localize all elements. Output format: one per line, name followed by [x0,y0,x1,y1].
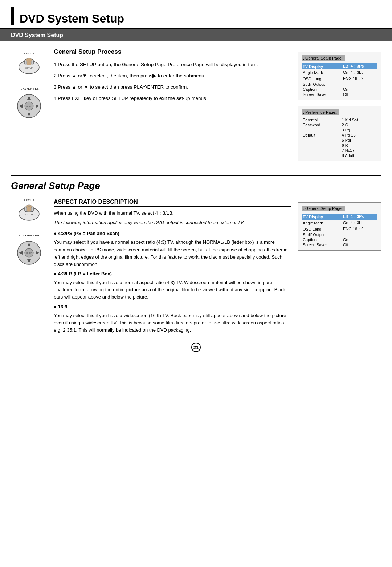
main-title: DVD System Setup [20,12,124,25]
pref-value-4: 5 Pgr [341,138,377,143]
gss2-row-0: TV Display LB 4：3Ps [302,214,377,220]
gss2-row-4: Caption On [302,237,377,242]
svg-text:PLAY: PLAY [26,252,32,254]
gss1-label-4: Caption [302,87,342,92]
gsp-heading: General Setup Page [11,180,381,191]
section-divider [11,175,381,176]
pref-label-3: Default [302,133,341,138]
pref-row-6: 7 Nc17 [302,148,377,153]
pref-row-0: Parental 1 Kid Saf [302,117,377,122]
pref-value-5: 6 R [341,143,377,148]
aspect-left: ASPECT RATIO DESCRIPTION When using the … [54,199,291,336]
gss1-title: ..General Setup Page.. [302,55,345,61]
gss2-value-4: On [342,237,377,242]
gss1-label-5: Screen Saver [302,92,342,97]
setup-label-bottom: SETUP [23,199,35,202]
screens-col-top: ..General Setup Page.. TV Display LB 4：3… [298,48,381,161]
pref-label-6 [302,148,341,153]
gss2-value-5: Off [342,242,377,247]
gss2-label-1: Angle Mark [302,220,342,226]
nav-remote-svg-bottom: PLAY [15,238,44,267]
setup-label: SETUP [23,52,35,55]
gss2-label-0: TV Display [302,214,342,220]
sub-header: DVD System Setup [0,29,392,41]
gss1-value-1: On 4：3Lb [342,69,377,76]
bottom-section: SETUP SETUP PLAY/ENTER [11,199,381,336]
gss2-table: TV Display LB 4：3Ps Angle Mark On 4：3Lb … [302,214,377,247]
svg-rect-15 [27,207,31,212]
gss2-label-4: Caption [302,237,342,242]
pref-value-1: 2 G [341,122,377,127]
pref-value-2: 3 Pg [341,127,377,133]
pref-row-2: 3 Pg [302,127,377,133]
gsp-section-heading: General Setup Process [54,48,291,57]
setup-remote: SETUP SETUP [15,52,44,76]
general-setup-screen-2: ..General Setup Page.. TV Display LB 4：3… [298,202,381,251]
gss2-value-2: ENG 16：9 [342,226,377,232]
bullet-1-text: You may select this if you have a normal… [54,279,291,301]
gss1-label-1: Angle Mark [302,69,342,76]
pref-row-5: 6 R [302,143,377,148]
gss2-value-0: LB 4：3Ps [342,214,377,220]
pref-table: Parental 1 Kid Saf Password 2 G 3 Pg [302,117,377,158]
pref-value-3: 4 Pg 13 [341,133,377,138]
page-number-row: 21 [11,343,381,352]
gss1-label-2: OSD Lang [302,76,342,82]
bullet-2-title-strong: 16:9 [58,304,67,309]
step-1: 1.Press the SETUP button, the General Se… [54,61,291,69]
gss2-label-5: Screen Saver [302,242,342,247]
setup-remote-svg-bottom: SETUP [15,203,44,223]
gss1-row-1: Angle Mark On 4：3Lb [302,69,377,76]
pref-row-1: Password 2 G [302,122,377,127]
pref-label-5 [302,143,341,148]
bullet-2-title: 16:9 [54,303,291,311]
gss2-row-5: Screen Saver Off [302,242,377,247]
svg-text:PLAY: PLAY [26,105,32,108]
title-bar: DVD System Setup [0,0,392,29]
bullet-1-title-strong: 4:3/LB (LB = Letter Box) [58,271,111,276]
pref-title: ..Preference Page.. [302,109,339,115]
bullet-1-title: 4:3/LB (LB = Letter Box) [54,270,291,278]
aspect-intro: When using the DVD with the internal TV,… [54,210,291,217]
nav-remote-svg-top: PLAY [15,92,44,121]
gss1-label-0: TV Display [302,63,342,69]
svg-rect-3 [27,60,31,65]
step-3: 3.Press ▲ or ▼ to select then press PLAY… [54,84,291,91]
pref-label-0: Parental [302,117,341,122]
bullet-0-text: You may select if you have a normal aspe… [54,239,291,268]
gss2-label-2: OSD Lang [302,226,342,232]
gss2-row-3: Spdif Output [302,232,377,237]
title-accent-bar [11,7,14,25]
bullet-2-text: You may select this if you have a widesc… [54,312,291,334]
setup-remote-bottom: SETUP SETUP [15,199,44,223]
pref-label-1: Password [302,122,341,127]
pref-row-7: 8 Adult [302,153,377,158]
page-number: 21 [191,343,201,352]
gss1-value-3 [342,82,377,87]
text-col-top: General Setup Process 1.Press the SETUP … [54,48,291,161]
svg-text:SETUP: SETUP [25,67,33,69]
gss1-row-4: Caption On [302,87,377,92]
gss1-label-3: Spdif Output [302,82,342,87]
step-2: 2.Press ▲ or▼ to select, the item, then … [54,72,291,80]
bullet-0-title: 4:3/PS (PS = Pan and Scan) [54,230,291,237]
remote-col-bottom: SETUP SETUP PLAY/ENTER [11,199,47,336]
pref-value-7: 8 Adult [341,153,377,158]
top-section: SETUP SETUP PLAY/ENTER [11,48,381,161]
general-setup-screen-1: ..General Setup Page.. TV Display LB 4：3… [298,52,381,100]
bullet-0-title-strong: 4:3/PS (PS = Pan and Scan) [58,231,119,236]
gss2-row-1: Angle Mark On 4：3Lb [302,220,377,226]
screen-col-bottom: ..General Setup Page.. TV Display LB 4：3… [298,199,381,336]
pref-row-4: 5 Pgr [302,138,377,143]
aspect-heading: ASPECT RATIO DESCRIPTION [54,199,291,207]
aspect-italic: The following information applies only w… [54,219,291,226]
gss2-value-1: On 4：3Lb [342,220,377,226]
gss2-label-3: Spdif Output [302,232,342,237]
gss1-value-0: LB 4：3Ps [342,63,377,69]
preference-screen: ..Preference Page.. Parental 1 Kid Saf P… [298,106,381,161]
gss2-value-3 [342,232,377,237]
gss1-row-2: OSD Lang ENG 16：9 [302,76,377,82]
gss2-row-2: OSD Lang ENG 16：9 [302,226,377,232]
gss1-row-0: TV Display LB 4：3Ps [302,63,377,69]
gss1-row-5: Screen Saver Off [302,92,377,97]
